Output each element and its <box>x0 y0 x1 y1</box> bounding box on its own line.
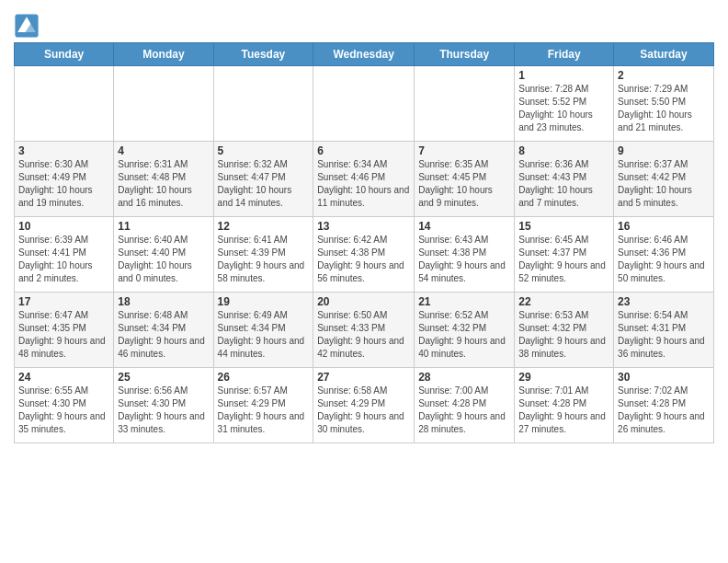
day-info: Sunrise: 6:58 AM Sunset: 4:29 PM Dayligh… <box>317 385 410 436</box>
day-info: Sunrise: 6:49 AM Sunset: 4:34 PM Dayligh… <box>218 309 310 361</box>
day-number: 12 <box>218 220 310 233</box>
day-info: Sunrise: 7:01 AM Sunset: 4:28 PM Dayligh… <box>518 385 609 436</box>
calendar-header-sunday: Sunday <box>15 43 114 66</box>
day-number: 4 <box>118 144 209 157</box>
day-info: Sunrise: 7:29 AM Sunset: 5:50 PM Dayligh… <box>618 83 710 134</box>
day-info: Sunrise: 6:32 AM Sunset: 4:47 PM Dayligh… <box>218 158 310 210</box>
calendar-cell: 1Sunrise: 7:28 AM Sunset: 5:52 PM Daylig… <box>515 66 614 142</box>
day-info: Sunrise: 6:37 AM Sunset: 4:42 PM Dayligh… <box>618 158 710 210</box>
day-info: Sunrise: 6:35 AM Sunset: 4:45 PM Dayligh… <box>418 158 510 210</box>
calendar-cell: 20Sunrise: 6:50 AM Sunset: 4:33 PM Dayli… <box>313 293 415 368</box>
day-info: Sunrise: 6:47 AM Sunset: 4:35 PM Dayligh… <box>18 309 109 361</box>
calendar-cell: 17Sunrise: 6:47 AM Sunset: 4:35 PM Dayli… <box>15 293 114 368</box>
day-number: 29 <box>518 371 609 384</box>
day-number: 18 <box>118 295 209 308</box>
day-number: 5 <box>218 144 310 157</box>
day-info: Sunrise: 6:43 AM Sunset: 4:38 PM Dayligh… <box>418 234 510 285</box>
day-info: Sunrise: 6:53 AM Sunset: 4:32 PM Dayligh… <box>518 309 609 361</box>
day-number: 30 <box>618 371 710 384</box>
calendar-header-friday: Friday <box>515 43 614 66</box>
calendar-cell <box>114 66 213 142</box>
day-number: 1 <box>518 69 609 82</box>
day-number: 14 <box>418 220 510 233</box>
page: SundayMondayTuesdayWednesdayThursdayFrid… <box>0 0 728 451</box>
day-info: Sunrise: 6:34 AM Sunset: 4:46 PM Dayligh… <box>317 158 410 210</box>
day-info: Sunrise: 6:40 AM Sunset: 4:40 PM Dayligh… <box>118 234 209 285</box>
calendar-cell: 9Sunrise: 6:37 AM Sunset: 4:42 PM Daylig… <box>614 142 714 217</box>
day-number: 20 <box>317 295 410 308</box>
calendar-week-2: 3Sunrise: 6:30 AM Sunset: 4:49 PM Daylig… <box>15 142 714 217</box>
calendar-cell: 30Sunrise: 7:02 AM Sunset: 4:28 PM Dayli… <box>614 368 714 443</box>
calendar-header-monday: Monday <box>114 43 213 66</box>
day-number: 16 <box>618 220 710 233</box>
calendar-table: SundayMondayTuesdayWednesdayThursdayFrid… <box>14 42 714 443</box>
calendar-cell: 15Sunrise: 6:45 AM Sunset: 4:37 PM Dayli… <box>515 217 614 293</box>
day-info: Sunrise: 7:02 AM Sunset: 4:28 PM Dayligh… <box>618 385 710 436</box>
calendar-cell: 21Sunrise: 6:52 AM Sunset: 4:32 PM Dayli… <box>415 293 515 368</box>
calendar-cell: 14Sunrise: 6:43 AM Sunset: 4:38 PM Dayli… <box>415 217 515 293</box>
calendar-cell: 19Sunrise: 6:49 AM Sunset: 4:34 PM Dayli… <box>213 293 313 368</box>
calendar-cell: 23Sunrise: 6:54 AM Sunset: 4:31 PM Dayli… <box>614 293 714 368</box>
day-number: 8 <box>518 144 609 157</box>
calendar-cell: 26Sunrise: 6:57 AM Sunset: 4:29 PM Dayli… <box>213 368 313 443</box>
day-info: Sunrise: 6:52 AM Sunset: 4:32 PM Dayligh… <box>418 309 510 361</box>
calendar-cell: 24Sunrise: 6:55 AM Sunset: 4:30 PM Dayli… <box>15 368 114 443</box>
day-info: Sunrise: 6:45 AM Sunset: 4:37 PM Dayligh… <box>518 234 609 285</box>
day-number: 17 <box>18 295 109 308</box>
day-number: 24 <box>18 371 109 384</box>
calendar-cell: 10Sunrise: 6:39 AM Sunset: 4:41 PM Dayli… <box>15 217 114 293</box>
day-info: Sunrise: 6:41 AM Sunset: 4:39 PM Dayligh… <box>218 234 310 285</box>
day-info: Sunrise: 6:50 AM Sunset: 4:33 PM Dayligh… <box>317 309 410 361</box>
day-info: Sunrise: 6:57 AM Sunset: 4:29 PM Dayligh… <box>218 385 310 436</box>
calendar-cell: 11Sunrise: 6:40 AM Sunset: 4:40 PM Dayli… <box>114 217 213 293</box>
calendar-cell: 5Sunrise: 6:32 AM Sunset: 4:47 PM Daylig… <box>213 142 313 217</box>
calendar-header-tuesday: Tuesday <box>213 43 313 66</box>
day-info: Sunrise: 7:28 AM Sunset: 5:52 PM Dayligh… <box>518 83 609 134</box>
day-number: 2 <box>618 69 710 82</box>
day-info: Sunrise: 6:46 AM Sunset: 4:36 PM Dayligh… <box>618 234 710 285</box>
day-number: 3 <box>18 144 109 157</box>
calendar-cell <box>415 66 515 142</box>
calendar-cell: 7Sunrise: 6:35 AM Sunset: 4:45 PM Daylig… <box>415 142 515 217</box>
day-number: 15 <box>518 220 609 233</box>
calendar-cell: 6Sunrise: 6:34 AM Sunset: 4:46 PM Daylig… <box>313 142 415 217</box>
day-info: Sunrise: 6:54 AM Sunset: 4:31 PM Dayligh… <box>618 309 710 361</box>
day-info: Sunrise: 6:55 AM Sunset: 4:30 PM Dayligh… <box>18 385 109 436</box>
logo <box>14 13 43 39</box>
calendar-week-4: 17Sunrise: 6:47 AM Sunset: 4:35 PM Dayli… <box>15 293 714 368</box>
day-number: 23 <box>618 295 710 308</box>
day-number: 11 <box>118 220 209 233</box>
calendar-cell: 12Sunrise: 6:41 AM Sunset: 4:39 PM Dayli… <box>213 217 313 293</box>
day-number: 10 <box>18 220 109 233</box>
calendar-cell: 27Sunrise: 6:58 AM Sunset: 4:29 PM Dayli… <box>313 368 415 443</box>
day-number: 7 <box>418 144 510 157</box>
day-number: 13 <box>317 220 410 233</box>
calendar-cell: 22Sunrise: 6:53 AM Sunset: 4:32 PM Dayli… <box>515 293 614 368</box>
calendar-cell: 18Sunrise: 6:48 AM Sunset: 4:34 PM Dayli… <box>114 293 213 368</box>
calendar-header-wednesday: Wednesday <box>313 43 415 66</box>
calendar-cell <box>15 66 114 142</box>
calendar-header-saturday: Saturday <box>614 43 714 66</box>
calendar-cell: 25Sunrise: 6:56 AM Sunset: 4:30 PM Dayli… <box>114 368 213 443</box>
calendar-header-thursday: Thursday <box>415 43 515 66</box>
day-info: Sunrise: 6:31 AM Sunset: 4:48 PM Dayligh… <box>118 158 209 210</box>
calendar-cell: 28Sunrise: 7:00 AM Sunset: 4:28 PM Dayli… <box>415 368 515 443</box>
day-info: Sunrise: 7:00 AM Sunset: 4:28 PM Dayligh… <box>418 385 510 436</box>
calendar-cell: 4Sunrise: 6:31 AM Sunset: 4:48 PM Daylig… <box>114 142 213 217</box>
calendar-week-3: 10Sunrise: 6:39 AM Sunset: 4:41 PM Dayli… <box>15 217 714 293</box>
calendar-week-5: 24Sunrise: 6:55 AM Sunset: 4:30 PM Dayli… <box>15 368 714 443</box>
day-info: Sunrise: 6:30 AM Sunset: 4:49 PM Dayligh… <box>18 158 109 210</box>
day-number: 6 <box>317 144 410 157</box>
day-info: Sunrise: 6:36 AM Sunset: 4:43 PM Dayligh… <box>518 158 609 210</box>
calendar-cell <box>213 66 313 142</box>
calendar-cell: 29Sunrise: 7:01 AM Sunset: 4:28 PM Dayli… <box>515 368 614 443</box>
calendar-cell: 16Sunrise: 6:46 AM Sunset: 4:36 PM Dayli… <box>614 217 714 293</box>
day-info: Sunrise: 6:39 AM Sunset: 4:41 PM Dayligh… <box>18 234 109 285</box>
day-info: Sunrise: 6:48 AM Sunset: 4:34 PM Dayligh… <box>118 309 209 361</box>
calendar-cell: 13Sunrise: 6:42 AM Sunset: 4:38 PM Dayli… <box>313 217 415 293</box>
day-number: 25 <box>118 371 209 384</box>
day-number: 26 <box>218 371 310 384</box>
day-info: Sunrise: 6:56 AM Sunset: 4:30 PM Dayligh… <box>118 385 209 436</box>
calendar-cell: 8Sunrise: 6:36 AM Sunset: 4:43 PM Daylig… <box>515 142 614 217</box>
header <box>14 9 714 39</box>
